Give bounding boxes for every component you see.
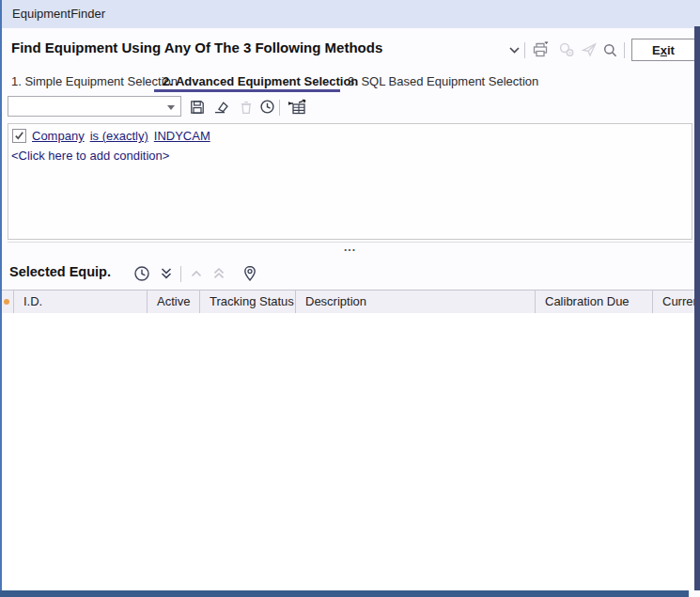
equipment-finder-window: EquipmentFinder Find Equipment Using Any… <box>0 0 700 597</box>
window-right-border <box>694 26 700 590</box>
tab-sql-selection[interactable]: 3. SQL Based Equipment Selection <box>348 74 538 88</box>
title-bar[interactable]: EquipmentFinder <box>0 0 700 28</box>
column-header-id[interactable]: I.D. <box>14 291 148 313</box>
row-indicator-dot <box>4 299 9 305</box>
send-icon <box>579 39 599 60</box>
save-icon[interactable] <box>187 97 207 117</box>
active-tab-indicator <box>154 89 340 92</box>
condition-row: Company is (exactly) INDYCAM <box>12 129 210 143</box>
window-bottom-border <box>0 590 689 597</box>
load-grid-icon[interactable] <box>285 97 309 117</box>
location-icon[interactable] <box>239 262 260 284</box>
add-condition-link[interactable]: <Click here to add condition> <box>11 149 169 163</box>
column-header-calibration-due[interactable]: Calibration Due <box>536 291 653 313</box>
divider <box>624 42 625 58</box>
column-header-current-location[interactable]: Current L <box>653 291 694 313</box>
divider <box>279 100 280 116</box>
saved-query-combobox[interactable] <box>8 96 181 117</box>
process-icon <box>556 39 577 60</box>
condition-checkbox[interactable] <box>12 129 26 143</box>
window-title: EquipmentFinder <box>12 7 105 21</box>
tab-advanced-selection[interactable]: 2. Advanced Equipment Selection <box>163 74 358 88</box>
condition-panel: Company is (exactly) INDYCAM <Click here… <box>8 123 692 240</box>
history-icon[interactable] <box>257 97 277 117</box>
double-chevron-down-icon[interactable] <box>155 262 177 284</box>
delete-icon <box>236 97 256 117</box>
results-table-header: I.D. Active Tracking Status Description … <box>0 290 694 314</box>
condition-operator-link[interactable]: is (exactly) <box>90 129 148 143</box>
column-header-tracking-status[interactable]: Tracking Status <box>200 291 296 313</box>
window-left-border <box>0 0 2 597</box>
page-title: Find Equipment Using Any Of The 3 Follow… <box>11 39 382 55</box>
printer-icon[interactable] <box>530 39 551 60</box>
tab-simple-selection[interactable]: 1. Simple Equipment Selection <box>11 74 178 88</box>
search-icon[interactable] <box>599 39 620 60</box>
splitter-grip[interactable]: ... <box>8 242 692 258</box>
eraser-icon[interactable] <box>211 97 231 117</box>
history-icon[interactable] <box>131 262 152 284</box>
divider <box>524 42 525 58</box>
column-header-active[interactable]: Active <box>148 291 200 313</box>
condition-value-link[interactable]: INDYCAM <box>154 129 210 143</box>
column-header-description[interactable]: Description <box>296 291 536 313</box>
results-table-body[interactable] <box>0 313 694 590</box>
double-chevron-up-icon <box>208 262 229 284</box>
chevron-down-icon[interactable] <box>504 39 524 60</box>
row-indicator-cell <box>0 291 14 313</box>
divider <box>180 266 181 282</box>
combo-dropdown-icon[interactable] <box>167 105 175 110</box>
selected-equip-label: Selected Equip. <box>9 264 111 279</box>
chevron-up-icon <box>185 262 207 284</box>
exit-button[interactable]: Exit <box>631 39 695 61</box>
condition-field-link[interactable]: Company <box>32 129 85 143</box>
